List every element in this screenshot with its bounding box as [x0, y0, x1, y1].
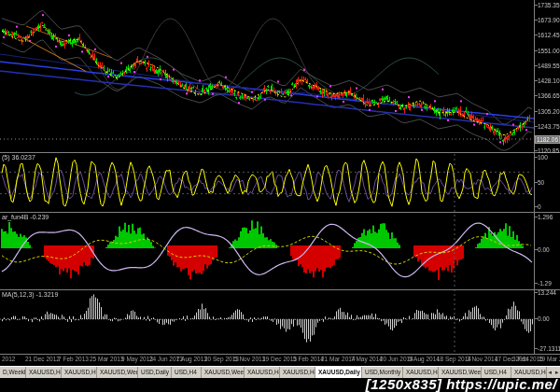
date-axis-label: 2012 — [2, 356, 15, 362]
macd-scale-label: 0.00 — [538, 315, 550, 322]
price-scale-label: 1428.10 — [538, 77, 560, 84]
price-scale-label: 1366.65 — [538, 92, 560, 99]
chart-tab-xauusd-h1[interactable]: XAUUSD,H1 — [62, 367, 97, 378]
oscillator-indicator-label: ar_fun4B -0.239 — [2, 214, 49, 220]
date-axis-label: 5 Nov 2013 — [234, 356, 265, 362]
date-axis-label: 7 May 2014 — [351, 356, 383, 362]
date-axis-label: 19 Mar 2015 — [539, 356, 560, 362]
date-axis-label: 7 Feb 2013 — [58, 356, 89, 362]
date-axis-label: 3 Nov 2014 — [467, 356, 497, 362]
chart-tab-xauusd-h4[interactable]: XAUUSD,H4 — [26, 367, 62, 378]
date-axis-label: 5 Aug 2014 — [409, 356, 440, 362]
oscillator-scale-label: 1.296 — [538, 214, 553, 220]
price-scale[interactable]: 1182.06 1735.351673.901612.451551.001489… — [534, 0, 560, 355]
oscillator-scale-label: 0.00 — [538, 246, 550, 253]
price-scale-label: 1120.85 — [538, 147, 559, 154]
rsi-indicator-label: (5) 36.0237 — [2, 154, 35, 161]
chart-tab-xauusd-h4[interactable]: XAUUSD,H4 — [245, 367, 280, 378]
rsi-scale-label: 100 — [538, 154, 548, 161]
chart-canvas[interactable] — [0, 0, 560, 366]
price-scale-label: 1673.90 — [538, 17, 560, 23]
chart-tab-xauusd-h4[interactable]: XAUUSD,H4 — [280, 367, 315, 378]
oscillator-scale-label: -1.29 — [538, 280, 552, 287]
chart-tab-xauusd-daily[interactable]: XAUUSD,Daily — [315, 367, 362, 378]
date-axis-label: 5 Feb 2014 — [293, 356, 324, 362]
watermark-text: [1250x835] https://upic.me/ — [366, 376, 557, 392]
chart-tab-usd-h4[interactable]: USD,H4 — [172, 367, 202, 378]
date-axis-label: 21 Dec 2012 — [25, 356, 60, 362]
rsi-scale-label: 0 — [538, 203, 541, 210]
chart-tab-d-weekly[interactable]: D,Weekly — [0, 367, 26, 378]
mt4-terminal-window: (5) 36.0237 ar_fun4B -0.239 MA(5,12,3) -… — [0, 0, 560, 392]
macd-indicator-label: MA(5,12,3) -1.3219 — [2, 291, 58, 298]
date-axis-label: 19 Dec 2013 — [262, 356, 297, 362]
price-scale-label: 1735.35 — [538, 2, 560, 8]
price-scale-label: 1243.75 — [538, 123, 560, 130]
price-scale-label: 1305.20 — [538, 108, 560, 115]
price-scale-label: 1489.55 — [538, 63, 560, 69]
date-axis-label: 25 Mar 2013 — [90, 356, 124, 362]
date-axis-label: 9 May 2013 — [121, 356, 153, 362]
date-axis[interactable]: 201221 Dec 20127 Feb 201325 Mar 20139 Ma… — [0, 356, 560, 366]
rsi-scale-label: 50 — [538, 179, 544, 186]
price-scale-label: 1612.45 — [538, 32, 560, 38]
chart-tab-usd-daily[interactable]: USD,Daily — [138, 367, 172, 378]
current-price-label: 1182.06 — [535, 135, 560, 144]
macd-scale-label: -27.1311 — [538, 345, 560, 352]
price-scale-label: 1551.00 — [538, 48, 560, 54]
chart-tab-xauusd-weekly[interactable]: XAUUSD,Weekly — [97, 367, 138, 378]
date-axis-label: 7 Aug 2013 — [176, 356, 207, 362]
macd-scale-label: 13.244 — [538, 289, 556, 296]
chart-tab-xauusd-weekly[interactable]: XAUUSD,Weekly — [202, 367, 245, 378]
